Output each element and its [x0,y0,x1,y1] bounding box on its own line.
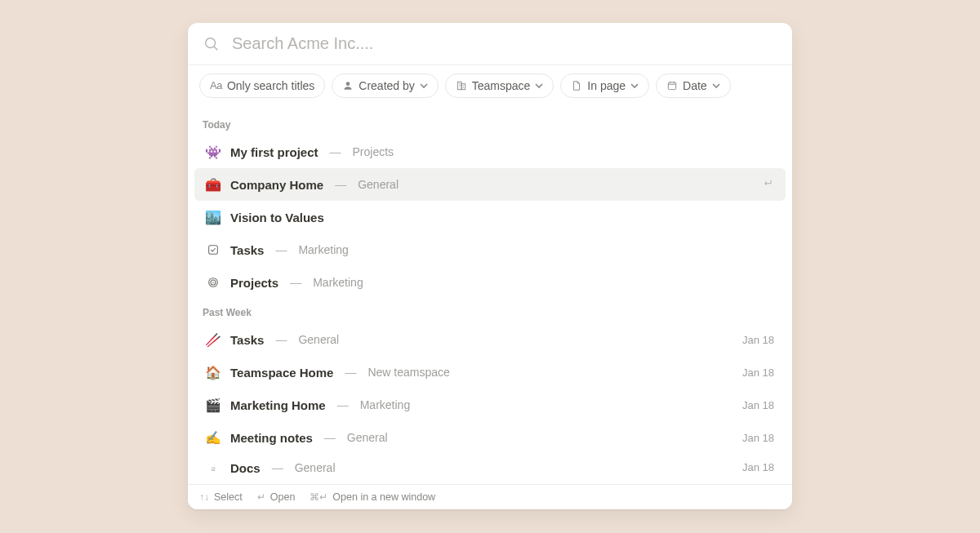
result-title: Company Home [230,178,323,192]
result-date: Jan 18 [742,461,774,473]
filter-label: Date [683,78,707,94]
page-icon [571,80,582,91]
result-title: Tasks [230,333,264,347]
result-item[interactable]: 🏠 Teamspace Home — New teamspace Jan 18 [194,356,786,389]
result-date: Jan 18 [742,399,774,411]
page-emoji-icon: ✍️ [206,430,220,446]
svg-rect-4 [461,84,466,90]
result-title: Marketing Home [230,398,326,412]
section-today: Today [191,111,789,135]
result-date: Jan 18 [742,366,774,379]
result-date: Jan 18 [742,432,774,444]
dash: — [335,178,346,191]
svg-line-1 [214,46,217,49]
dash: — [272,461,283,474]
result-item[interactable]: 🥢 Tasks — General Jan 18 [194,323,786,356]
page-emoji-icon: 🥢 [206,332,220,348]
result-breadcrumb: Marketing [360,398,410,411]
aa-icon: Aa [210,78,222,94]
svg-point-2 [346,82,350,86]
target-icon [206,276,220,289]
enter-key-icon: ↵ [257,491,265,503]
result-title: Meeting notes [230,431,313,445]
result-item[interactable]: ▫️ Docs — General Jan 18 [194,454,786,478]
result-breadcrumb: General [347,431,388,444]
result-date: Jan 18 [742,334,774,346]
chevron-down-icon [535,82,543,90]
result-item[interactable]: ✍️ Meeting notes — General Jan 18 [194,421,786,454]
filter-titles-only[interactable]: Aa Only search titles [199,73,325,98]
calendar-icon [666,80,678,91]
filter-teamspace[interactable]: Teamspace [445,73,555,98]
chevron-down-icon [712,82,720,90]
dash: — [337,398,349,411]
person-icon [342,80,354,91]
checkbox-icon [206,243,220,256]
cmd-enter-icon: ⌘↵ [310,491,327,503]
dash: — [290,276,301,289]
page-emoji-icon: 🏠 [206,365,220,380]
hint-open: ↵ Open [257,491,296,503]
result-title: Projects [230,276,278,290]
page-emoji-icon: 🏙️ [206,210,220,225]
footer-hints: ↑↓ Select ↵ Open ⌘↵ Open in a new window [188,484,792,509]
result-breadcrumb: General [295,461,336,474]
search-input[interactable] [232,34,777,53]
search-icon [203,35,220,53]
svg-rect-13 [209,246,218,255]
result-breadcrumb: Marketing [313,276,363,289]
enter-icon [761,176,774,193]
hint-select: ↑↓ Select [199,491,243,503]
page-emoji-icon: ▫️ [206,461,220,477]
result-breadcrumb: Projects [353,145,394,158]
search-panel: Aa Only search titles Created by Teamspa… [188,23,792,509]
dash: — [345,366,356,379]
building-icon [456,80,467,91]
chevron-down-icon [420,82,428,90]
filter-label: Created by [359,78,414,94]
result-breadcrumb: New teamspace [368,366,449,379]
dash: — [275,243,287,256]
filter-date[interactable]: Date [656,73,731,98]
results-list: Today 👾 My first project — Projects 🧰 Co… [188,106,792,484]
page-emoji-icon: 🎬 [206,398,220,413]
filter-label: In page [587,78,626,94]
page-emoji-icon: 🧰 [206,177,220,193]
hint-open-new-window: ⌘↵ Open in a new window [310,491,435,503]
svg-point-16 [212,282,214,283]
result-title: Teamspace Home [230,366,333,380]
updown-icon: ↑↓ [199,491,209,503]
page-emoji-icon: 👾 [206,144,220,160]
svg-rect-9 [668,82,675,90]
result-item[interactable]: 👾 My first project — Projects [194,135,786,168]
filter-label: Teamspace [472,78,531,94]
filter-bar: Aa Only search titles Created by Teamspa… [188,65,792,106]
result-item[interactable]: 🧰 Company Home — General [194,168,786,201]
filter-created-by[interactable]: Created by [332,73,438,98]
result-title: Tasks [230,243,264,257]
filter-label: Only search titles [227,78,314,94]
dash: — [275,333,287,346]
dash: — [324,431,336,444]
search-row [188,23,792,64]
result-breadcrumb: General [298,333,339,346]
result-title: Vision to Values [230,211,324,224]
dash: — [330,145,341,158]
result-item[interactable]: 🎬 Marketing Home — Marketing Jan 18 [194,389,786,421]
section-past-week: Past Week [191,299,789,323]
filter-in-page[interactable]: In page [560,73,649,98]
result-title: Docs [230,461,261,475]
result-breadcrumb: General [358,178,399,191]
result-item[interactable]: Tasks — Marketing [194,233,786,266]
result-item[interactable]: Projects — Marketing [194,266,786,299]
result-item[interactable]: 🏙️ Vision to Values [194,201,786,233]
svg-point-0 [206,38,216,47]
chevron-down-icon [630,82,639,90]
result-title: My first project [230,145,318,159]
result-breadcrumb: Marketing [298,243,348,256]
